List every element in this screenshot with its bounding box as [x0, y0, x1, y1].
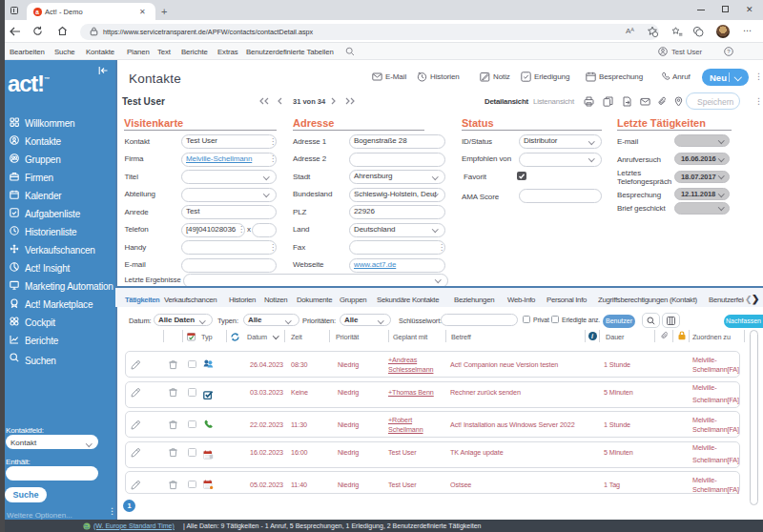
svg-text:?: ?	[727, 49, 731, 54]
